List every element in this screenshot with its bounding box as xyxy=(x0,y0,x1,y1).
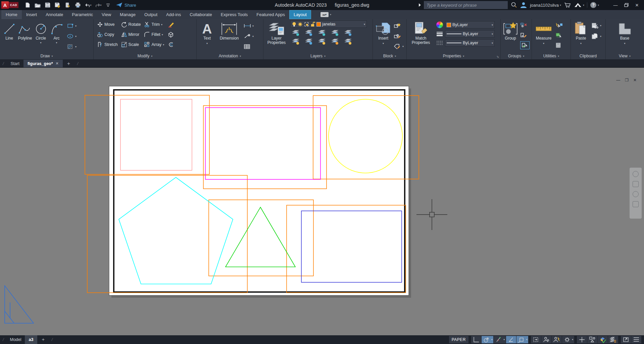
panel-label-annotation[interactable]: Annotation▾ xyxy=(197,53,263,59)
model-tab[interactable]: Model xyxy=(6,337,24,342)
circle-dropdown[interactable]: ▾ xyxy=(40,41,41,44)
app-menu-button[interactable]: A CAD xyxy=(1,1,18,9)
stretch-button[interactable]: Stretch xyxy=(97,41,118,49)
tab-view[interactable]: View xyxy=(97,10,115,19)
dimension-button[interactable]: Dimension xyxy=(217,20,242,53)
polar-tracking-icon[interactable]: ▾ xyxy=(494,336,506,343)
copy-clip-button[interactable]: ▾ xyxy=(591,32,601,40)
search-input[interactable] xyxy=(426,2,506,8)
tab-express-tools[interactable]: Express Tools xyxy=(216,10,252,19)
properties-dialog-launcher[interactable]: ⇘ xyxy=(496,55,499,58)
annotation-visibility-icon[interactable] xyxy=(541,336,551,343)
redo-button[interactable]: ▾ xyxy=(94,1,102,9)
ortho-icon[interactable] xyxy=(506,336,516,343)
fillet-button[interactable]: Fillet▾ xyxy=(144,31,164,39)
fillet-dropdown[interactable]: ▾ xyxy=(162,33,163,36)
save-button[interactable] xyxy=(43,1,52,9)
arc-dropdown[interactable]: ▾ xyxy=(56,41,57,44)
undo-dropdown[interactable]: ▾ xyxy=(90,4,91,7)
layer-vp-freeze-icon[interactable] xyxy=(304,22,309,27)
insert-block-button[interactable]: Insert▾ xyxy=(374,20,392,53)
file-tab-start[interactable]: Start xyxy=(6,60,23,67)
mirror-button[interactable]: Mirror xyxy=(121,31,141,39)
array-dropdown[interactable]: ▾ xyxy=(163,43,164,46)
media-arrow-icon[interactable] xyxy=(418,3,421,7)
layer-tool-icon[interactable] xyxy=(344,29,353,37)
tab-insert[interactable]: Insert xyxy=(22,10,42,19)
signed-in-user[interactable]: joana1102silva▾ xyxy=(530,3,561,8)
steering-wheel-icon[interactable] xyxy=(633,171,639,177)
offset-button[interactable] xyxy=(167,41,175,49)
plus-icon[interactable] xyxy=(577,336,587,343)
tab-annotate[interactable]: Annotate xyxy=(41,10,67,19)
edit-attributes-dropdown[interactable]: ▾ xyxy=(402,45,404,48)
linetype-icon[interactable] xyxy=(436,40,443,46)
open-file-button[interactable] xyxy=(33,1,42,9)
clean-screen-icon[interactable] xyxy=(621,336,631,343)
customization-menu-icon[interactable] xyxy=(631,336,641,343)
scale-button[interactable]: Scale xyxy=(121,41,141,49)
line-button[interactable]: Line xyxy=(1,20,17,41)
layer-tool-icon[interactable] xyxy=(305,38,313,45)
linetype-combo[interactable]: ByLayer▾ xyxy=(445,39,495,47)
arc-button[interactable]: Arc▾ xyxy=(49,20,64,44)
layer-unlock-icon[interactable] xyxy=(310,22,315,27)
layer-properties-button[interactable]: Layer Properties xyxy=(265,20,288,53)
layout-tab-a3[interactable]: a3 xyxy=(25,335,38,344)
layer-tool-icon[interactable] xyxy=(331,38,340,45)
color-wheel-icon[interactable] xyxy=(436,21,443,28)
move-button[interactable]: Move xyxy=(97,20,118,28)
layer-color-swatch[interactable] xyxy=(316,22,321,26)
user-avatar-icon[interactable] xyxy=(520,2,527,8)
rectangle-dropdown[interactable]: ▾ xyxy=(75,24,77,27)
snap-mode-icon[interactable]: ▾ xyxy=(482,336,494,343)
drawing-area[interactable]: — ❐ ✕ ✕ Command: Command: ▾ xyxy=(0,68,644,335)
selection-cycling-icon[interactable] xyxy=(531,336,541,343)
zoom-icon[interactable] xyxy=(633,191,639,197)
ungroup-button[interactable] xyxy=(520,21,530,29)
tab-add-ins[interactable]: Add-ins xyxy=(162,10,185,19)
lock-ui-icon[interactable] xyxy=(608,336,618,343)
quick-select-button[interactable] xyxy=(555,21,563,29)
explode-button[interactable] xyxy=(167,31,175,39)
ribbon-collapse-button[interactable]: ▬▾ xyxy=(320,12,329,17)
select-similar-button[interactable] xyxy=(555,31,563,39)
leader-dropdown[interactable]: ▾ xyxy=(252,35,254,38)
text-button[interactable]: A Text▾ xyxy=(199,20,215,53)
copy-clip-dropdown[interactable]: ▾ xyxy=(600,35,601,38)
tab-manage[interactable]: Manage xyxy=(115,10,140,19)
panel-label-clipboard[interactable]: Clipboard xyxy=(571,53,605,59)
layer-tool-icon[interactable] xyxy=(305,29,313,37)
layer-combo-dropdown[interactable]: ▾ xyxy=(364,23,365,26)
leader-button[interactable]: ▾ xyxy=(244,32,254,40)
pan-icon[interactable] xyxy=(633,181,639,187)
workspace-settings-icon[interactable]: ▾ xyxy=(562,336,574,343)
panel-label-block[interactable]: Block▾ xyxy=(373,53,406,59)
trim-dropdown[interactable]: ▾ xyxy=(161,23,162,26)
layer-tool-icon[interactable] xyxy=(331,29,340,37)
doc-close-icon[interactable]: ✕ xyxy=(633,78,637,82)
match-properties-button[interactable]: Match Properties xyxy=(408,20,434,53)
close-tab-icon[interactable]: ✕ xyxy=(56,61,59,66)
orbit-icon[interactable] xyxy=(633,201,639,207)
customize-qat-button[interactable] xyxy=(104,1,112,9)
search-icon[interactable] xyxy=(510,2,517,8)
trim-button[interactable]: Trim▾ xyxy=(144,20,164,28)
new-tab-button[interactable]: ＋ xyxy=(66,60,71,67)
annotation-autoscale-icon[interactable] xyxy=(552,336,562,343)
paste-button[interactable]: Paste▾ xyxy=(572,20,590,53)
tab-output[interactable]: Output xyxy=(140,10,162,19)
copy-button[interactable]: Copy xyxy=(97,31,118,39)
file-tab-active-doc[interactable]: figuras_geo* ✕ xyxy=(23,60,63,67)
object-snap-icon[interactable]: ▾ xyxy=(516,336,529,343)
panel-label-properties[interactable]: Properties▾⇘ xyxy=(407,53,500,59)
layer-thaw-icon[interactable] xyxy=(298,22,303,27)
ribbon-collapse-dropdown[interactable]: ▾ xyxy=(330,13,331,16)
navigation-bar[interactable] xyxy=(630,168,642,219)
layer-tool-icon[interactable] xyxy=(318,38,327,45)
panel-label-layers[interactable]: Layers▾ xyxy=(263,53,373,59)
panel-label-view[interactable]: View▾ xyxy=(606,53,644,59)
circle-button[interactable]: Circle▾ xyxy=(33,20,49,44)
search-box[interactable] xyxy=(424,1,508,9)
isolate-objects-icon[interactable] xyxy=(587,336,597,343)
